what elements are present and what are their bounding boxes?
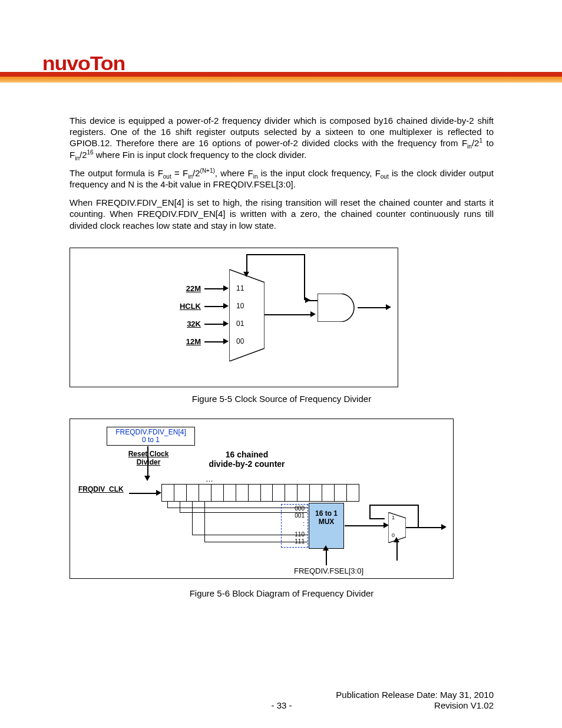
counter-cell (199, 484, 211, 502)
line (345, 525, 385, 526)
figure-5-5-box: 22M HCLK 32K 12M 11 10 01 00 (70, 248, 398, 387)
line (192, 502, 193, 535)
paragraph-2: The output formula is Fout = Fin/2(N+1),… (70, 167, 494, 190)
mux-source-0: 22M (166, 284, 201, 293)
counter-cell (297, 484, 309, 502)
arrow-head-icon (310, 311, 316, 317)
arrow-line (204, 324, 224, 325)
figure-5-6-box: FREQDIV.FDIV_EN[4] 0 to 1 Reset Clock Di… (70, 419, 454, 579)
figure-5-6-caption: Figure 5-6 Block Diagram of Frequency Di… (70, 588, 494, 598)
header-red-bar (0, 72, 562, 77)
arrow-line (204, 288, 224, 289)
paragraph-3: When FREQDIV.FDIV_EN[4] is set to high, … (70, 197, 494, 231)
arrow-head-icon (223, 321, 229, 327)
counter-cell (223, 484, 236, 502)
line (418, 505, 419, 528)
line (265, 314, 312, 315)
counter-cell (334, 484, 346, 502)
mux-source-3: 12M (166, 337, 201, 346)
counter-cell (285, 484, 297, 502)
line (167, 502, 168, 508)
fdiv-en-label: FREQDIV.FDIV_EN[4] 0 to 1 (107, 427, 195, 446)
page: nuvoTon This device is equipped a power-… (0, 0, 562, 728)
sub: in (467, 143, 472, 150)
text: FREQDIV.FDIV_EN[4] (115, 428, 186, 436)
sup: (N+1) (200, 167, 215, 174)
arrow-head-icon (223, 285, 229, 291)
text: /2 (193, 168, 200, 178)
mux-input-0: 11 (236, 284, 254, 292)
line (369, 505, 419, 506)
mux-icon (229, 269, 265, 361)
arrow-head-icon (386, 304, 391, 310)
line (180, 502, 180, 512)
counter-label: 16 chained divide-by-2 counter (194, 450, 300, 469)
text: , where F (215, 168, 253, 178)
line (369, 505, 371, 519)
mux6-in-4: 111 (289, 538, 305, 545)
counter-cell (248, 484, 260, 502)
sup: 16 (87, 149, 93, 156)
revision: Revision V1.02 (434, 700, 494, 710)
counter-cell (174, 484, 186, 502)
line (204, 502, 205, 542)
figure-5-5-caption: Figure 5-5 Clock Source of Frequency Div… (70, 394, 494, 404)
sub: out (381, 173, 389, 180)
publication-date: Publication Release Date: May 31, 2010 (336, 690, 494, 700)
line (305, 300, 318, 301)
text: = F (171, 168, 189, 178)
small-mux-1: 1 (392, 515, 395, 521)
and-gate-icon (318, 294, 359, 322)
mux-input-1: 10 (236, 302, 254, 310)
text: 16 to 1 MUX (315, 509, 338, 526)
counter-cell (322, 484, 334, 502)
arrow-line (204, 341, 224, 342)
counter-cell (309, 484, 322, 502)
mux6-in-3: 110 (289, 531, 305, 538)
arrow-head-icon (144, 476, 150, 481)
line (246, 254, 247, 273)
counter-row (161, 484, 359, 502)
text: /2 (472, 138, 480, 148)
text: is the input clock frequency, F (257, 168, 380, 178)
arrow-head-icon (394, 537, 399, 542)
frqdiv-clk-label: FRQDIV_CLK (78, 485, 124, 493)
mux6-in-0: 000 (289, 505, 305, 512)
header-orange-bar (0, 77, 562, 83)
fsel-label: FREQDIV.FSEL[3:0] (294, 566, 363, 575)
line (304, 254, 305, 300)
arrow-head-icon (323, 545, 329, 551)
text: This device is equipped a power-of-2 fre… (70, 116, 494, 148)
counter-cell (161, 484, 174, 502)
line (369, 518, 385, 519)
body-text: This device is equipped a power-of-2 fre… (70, 115, 494, 238)
counter-cell (211, 484, 223, 502)
text: /2 (80, 150, 87, 160)
arrow-line (204, 306, 224, 307)
arrow-head-icon (441, 524, 447, 530)
arrow-head-icon (223, 338, 229, 344)
counter-cell (346, 484, 359, 502)
arrow-head-icon (156, 490, 161, 496)
line (129, 493, 157, 494)
mux-input-3: 00 (236, 337, 254, 345)
arrow-head-icon (223, 303, 229, 309)
line (246, 254, 305, 255)
line (147, 446, 148, 477)
counter-cell (236, 484, 248, 502)
text: where Fin is input clock frequency to th… (94, 150, 307, 160)
mux6-in-1: 001 (289, 512, 305, 519)
sub: in (75, 155, 80, 162)
reset-label: Reset Clock Divider (122, 450, 175, 466)
dots: … (206, 475, 213, 483)
arrow-head-icon (243, 272, 249, 277)
mux-input-2: 01 (236, 319, 254, 328)
mux-16to1: 16 to 1 MUX (309, 503, 344, 549)
paragraph-1: This device is equipped a power-of-2 fre… (70, 115, 494, 160)
text: 0 to 1 (142, 436, 160, 444)
mux-source-1: HCLK (166, 302, 201, 311)
line (406, 527, 442, 528)
text: The output formula is F (70, 168, 163, 178)
svg-marker-0 (229, 269, 265, 361)
page-number: - 33 - (70, 700, 494, 710)
